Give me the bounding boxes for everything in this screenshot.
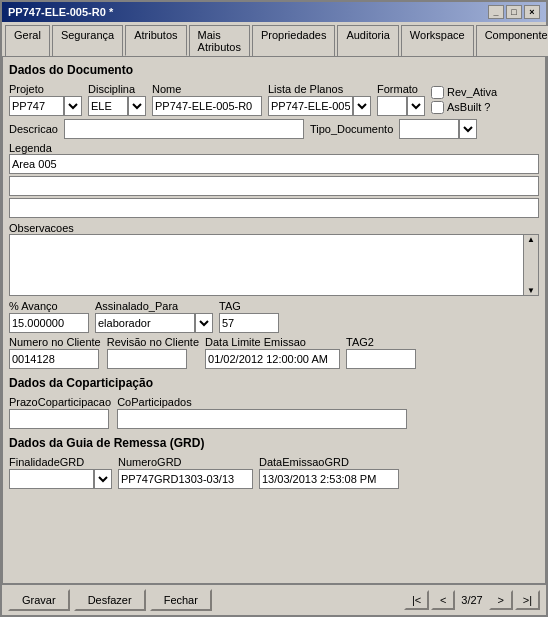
tag2-group: TAG2 bbox=[346, 336, 416, 369]
nav-last-button[interactable]: >| bbox=[515, 590, 540, 610]
numero-cliente-group: Numero no Cliente bbox=[9, 336, 101, 369]
data-emissao-group: DataEmissaoGRD bbox=[259, 456, 399, 489]
numero-cliente-input[interactable] bbox=[9, 349, 99, 369]
rev-ativa-row: Rev_Ativa bbox=[431, 86, 497, 99]
nav-first-button[interactable]: |< bbox=[404, 590, 429, 610]
page-info: 3/27 bbox=[457, 594, 486, 606]
footer-nav: |< < 3/27 > >| bbox=[404, 590, 540, 610]
projeto-select[interactable] bbox=[64, 96, 82, 116]
legenda-group: Legenda bbox=[9, 142, 539, 218]
descricao-label: Descricao bbox=[9, 123, 58, 135]
rev-ativa-label: Rev_Ativa bbox=[447, 86, 497, 98]
projeto-row: Projeto Disciplina Nome bbox=[9, 83, 539, 116]
finalidade-group: FinalidadeGRD bbox=[9, 456, 112, 489]
numero-grd-input[interactable] bbox=[118, 469, 253, 489]
tab-auditoria[interactable]: Auditoria bbox=[337, 25, 398, 56]
disciplina-label: Disciplina bbox=[88, 83, 146, 95]
nav-next-button[interactable]: > bbox=[489, 590, 513, 610]
lista-planos-group: Lista de Planos bbox=[268, 83, 371, 116]
coparticipados-group: CoParticipados bbox=[117, 396, 407, 429]
observacoes-label: Observacoes bbox=[9, 222, 74, 234]
tag2-label: TAG2 bbox=[346, 336, 416, 348]
avanco-input[interactable] bbox=[9, 313, 89, 333]
tab-geral[interactable]: Geral bbox=[5, 25, 50, 56]
tab-componentes[interactable]: Componentes bbox=[476, 25, 548, 56]
tipo-documento-input[interactable] bbox=[399, 119, 459, 139]
desfazer-button[interactable]: Desfazer bbox=[74, 589, 146, 611]
assinalado-para-select[interactable]: elaborador bbox=[195, 313, 213, 333]
dados-documento-section: Dados do Documento Projeto Disciplina bbox=[9, 63, 539, 372]
prazo-label: PrazoCoparticipacao bbox=[9, 396, 111, 408]
observacoes-group: Observacoes ▲ ▼ bbox=[9, 222, 539, 296]
lista-planos-select[interactable] bbox=[353, 96, 371, 116]
dados-documento-title: Dados do Documento bbox=[9, 63, 539, 77]
asbuilt-checkbox[interactable] bbox=[431, 101, 444, 114]
disciplina-group: Disciplina bbox=[88, 83, 146, 116]
numero-cliente-row: Numero no Cliente Revisão no Cliente Dat… bbox=[9, 336, 539, 369]
tag2-input[interactable] bbox=[346, 349, 416, 369]
observacoes-textarea[interactable] bbox=[9, 234, 539, 296]
grd-section: Dados da Guia de Remessa (GRD) Finalidad… bbox=[9, 436, 539, 492]
tab-atributos[interactable]: Atributos bbox=[125, 25, 186, 56]
tab-workspace[interactable]: Workspace bbox=[401, 25, 474, 56]
lista-planos-label: Lista de Planos bbox=[268, 83, 371, 95]
nav-prev-button[interactable]: < bbox=[431, 590, 455, 610]
legenda-line1-input[interactable] bbox=[9, 154, 539, 174]
projeto-input[interactable] bbox=[9, 96, 64, 116]
window-title: PP747-ELE-005-R0 * bbox=[8, 6, 113, 18]
tag-label: TAG bbox=[219, 300, 279, 312]
numero-grd-group: NumeroGRD bbox=[118, 456, 253, 489]
revisao-cliente-label: Revisão no Cliente bbox=[107, 336, 199, 348]
asbuilt-row: AsBuilt ? bbox=[431, 101, 497, 114]
nome-input[interactable] bbox=[152, 96, 262, 116]
prazo-group: PrazoCoparticipacao bbox=[9, 396, 111, 429]
formato-select[interactable] bbox=[407, 96, 425, 116]
legenda-line2-input[interactable] bbox=[9, 176, 539, 196]
maximize-button[interactable]: □ bbox=[506, 5, 522, 19]
legenda-line3-input[interactable] bbox=[9, 198, 539, 218]
close-button[interactable]: × bbox=[524, 5, 540, 19]
disciplina-select[interactable] bbox=[128, 96, 146, 116]
formato-group: Formato bbox=[377, 83, 425, 116]
prazo-input[interactable] bbox=[9, 409, 109, 429]
coparticipacao-section: Dados da Coparticipação PrazoCoparticipa… bbox=[9, 376, 539, 432]
fechar-button[interactable]: Fechar bbox=[150, 589, 212, 611]
assinalado-para-label: Assinalado_Para bbox=[95, 300, 213, 312]
main-content: Dados do Documento Projeto Disciplina bbox=[2, 56, 546, 584]
assinalado-para-input[interactable] bbox=[95, 313, 195, 333]
scroll-up-icon[interactable]: ▲ bbox=[527, 235, 535, 244]
minimize-button[interactable]: _ bbox=[488, 5, 504, 19]
main-window: PP747-ELE-005-R0 * _ □ × Geral Segurança… bbox=[0, 0, 548, 617]
data-emissao-input[interactable] bbox=[259, 469, 399, 489]
tag-input[interactable] bbox=[219, 313, 279, 333]
grd-row: FinalidadeGRD NumeroGRD DataEmissaoGRD bbox=[9, 456, 539, 489]
rev-ativa-checkbox[interactable] bbox=[431, 86, 444, 99]
rev-asbuilt-group: Rev_Ativa AsBuilt ? bbox=[431, 86, 497, 114]
finalidade-select[interactable] bbox=[94, 469, 112, 489]
tab-propriedades[interactable]: Propriedades bbox=[252, 25, 335, 56]
disciplina-input[interactable] bbox=[88, 96, 128, 116]
projeto-label: Projeto bbox=[9, 83, 82, 95]
coparticipados-input[interactable] bbox=[117, 409, 407, 429]
title-bar-buttons: _ □ × bbox=[488, 5, 540, 19]
revisao-cliente-input[interactable] bbox=[107, 349, 187, 369]
lista-planos-input[interactable] bbox=[268, 96, 353, 116]
observacoes-scrollbar[interactable]: ▲ ▼ bbox=[523, 234, 539, 296]
tab-mais-atributos[interactable]: Mais Atributos bbox=[189, 25, 250, 56]
tag-group: TAG bbox=[219, 300, 279, 333]
tipo-documento-select[interactable] bbox=[459, 119, 477, 139]
descricao-input[interactable] bbox=[64, 119, 304, 139]
nome-group: Nome bbox=[152, 83, 262, 116]
title-bar: PP747-ELE-005-R0 * _ □ × bbox=[2, 2, 546, 22]
tab-bar: Geral Segurança Atributos Mais Atributos… bbox=[2, 22, 546, 56]
tab-seguranca[interactable]: Segurança bbox=[52, 25, 123, 56]
finalidade-label: FinalidadeGRD bbox=[9, 456, 112, 468]
assinalado-para-group: Assinalado_Para elaborador bbox=[95, 300, 213, 333]
finalidade-input[interactable] bbox=[9, 469, 94, 489]
scroll-down-icon[interactable]: ▼ bbox=[527, 286, 535, 295]
data-limite-input[interactable] bbox=[205, 349, 340, 369]
formato-input[interactable] bbox=[377, 96, 407, 116]
coparticipacao-row: PrazoCoparticipacao CoParticipados bbox=[9, 396, 539, 429]
gravar-button[interactable]: Gravar bbox=[8, 589, 70, 611]
descricao-row: Descricao Tipo_Documento bbox=[9, 119, 539, 139]
